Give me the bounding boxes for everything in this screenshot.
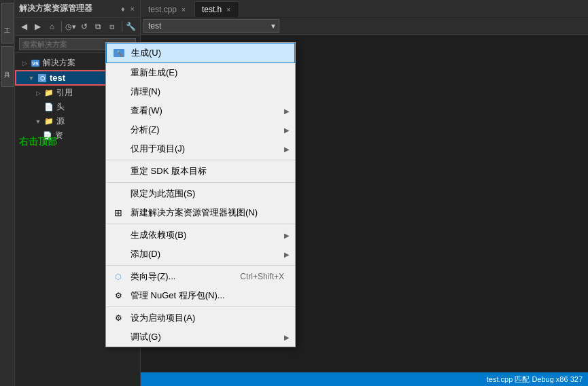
menu-build-label: 生成(U) (131, 47, 161, 59)
menu-item-view[interactable]: 查看(W) ▶ (106, 101, 295, 120)
class-wizard-icon: ⬡ (111, 270, 125, 283)
forward-button[interactable]: ▶ (32, 20, 45, 33)
build-icon: 🔨 (112, 46, 126, 60)
project-only-submenu-arrow: ▶ (284, 145, 290, 153)
separator-2 (122, 21, 122, 32)
svg-text:⬡: ⬡ (40, 75, 45, 82)
menu-item-build[interactable]: 🔨 生成(U) (106, 43, 295, 63)
menu-item-class-wizard[interactable]: ⬡ 类向导(Z)... Ctrl+Shift+X (106, 267, 295, 286)
menu-item-new-view[interactable]: ⊞ 新建解决方案资源管理器视图(N) (106, 203, 295, 222)
sync-button[interactable]: ↺ (78, 20, 91, 33)
separator-5 (106, 306, 295, 307)
copy-button[interactable]: ⧉ (92, 20, 105, 33)
arrow-test: ▼ (27, 74, 35, 82)
pin-button[interactable]: ♦ (120, 5, 126, 13)
view-submenu-arrow: ▶ (284, 107, 290, 115)
menu-nuget-label: 管理 NuGet 程序包(N)... (131, 290, 225, 302)
vertical-toolbar: 工 具 (0, 0, 15, 386)
svg-text:🔨: 🔨 (116, 50, 124, 58)
menu-analyze-label: 分析(Z) (131, 124, 160, 136)
tab-test-h[interactable]: test.h × (194, 1, 239, 17)
paste-button[interactable]: ⧈ (106, 20, 119, 33)
menu-startup-label: 设为启动项目(A) (131, 312, 195, 324)
close-panel-button[interactable]: × (129, 5, 136, 13)
menu-item-nuget[interactable]: ⚙ 管理 NuGet 程序包(N)... (106, 286, 295, 305)
menu-item-retarget[interactable]: 重定 SDK 版本目标 (106, 162, 295, 181)
separator-2 (106, 182, 295, 183)
menu-item-add[interactable]: 添加(D) ▶ (106, 245, 295, 264)
menu-view-label: 查看(W) (131, 105, 162, 117)
analyze-submenu-arrow: ▶ (284, 126, 290, 134)
tab-bar: test.cpp × test.h × (141, 0, 588, 18)
arrow-source: ▼ (34, 118, 42, 126)
arrow-solution: ▷ (20, 59, 29, 67)
menu-retarget-label: 重定 SDK 版本目标 (131, 165, 207, 177)
menu-item-project-only[interactable]: 仅用于项目(J) ▶ (106, 139, 295, 158)
home-button[interactable]: ⌂ (46, 20, 58, 33)
menu-item-scope[interactable]: 限定为此范围(S) (106, 184, 295, 203)
separator-4 (106, 265, 295, 266)
resource-label: 资 (55, 130, 63, 141)
solution-label: 解决方案 (43, 57, 75, 69)
test-label: test (50, 73, 65, 83)
menu-new-view-label: 新建解决方案资源管理器视图(N) (131, 207, 258, 219)
vtb-item-2[interactable]: 具 (1, 46, 14, 87)
tab-cpp-label: test.cpp (148, 5, 177, 14)
class-wizard-shortcut: Ctrl+Shift+X (213, 272, 284, 281)
file-icon-headers: 📄 (44, 103, 54, 112)
menu-deps-label: 生成依赖项(B) (131, 229, 186, 241)
file-icon-resource: 📄 (42, 131, 53, 141)
debug-submenu-arrow: ▶ (284, 334, 290, 341)
new-view-icon: ⊞ (111, 206, 125, 220)
vtb-item-1[interactable]: 工 (1, 3, 14, 43)
startup-icon: ⚙ (111, 311, 125, 325)
menu-add-label: 添加(D) (131, 248, 160, 260)
deps-submenu-arrow: ▶ (284, 232, 290, 239)
folder-icon-source: 📁 (44, 117, 54, 126)
tab-cpp-close[interactable]: × (180, 6, 187, 14)
back-button[interactable]: ◀ (18, 20, 31, 33)
settings-button[interactable]: 🔧 (124, 20, 137, 33)
status-text: test.cpp 匹配 Debug x86 327 (487, 374, 583, 385)
context-menu: 🔨 生成(U) 重新生成(E) 清理(N) 查看(W) ▶ 分析(Z) ▶ 仅用… (105, 42, 296, 347)
status-bar: test.cpp 匹配 Debug x86 327 (141, 372, 588, 386)
add-submenu-arrow: ▶ (284, 251, 290, 258)
menu-project-only-label: 仅用于项目(J) (131, 143, 185, 155)
arrow-refs: ▷ (34, 89, 42, 97)
menu-item-analyze[interactable]: 分析(Z) ▶ (106, 120, 295, 139)
tab-h-close[interactable]: × (225, 6, 232, 14)
history-button[interactable]: ◷▾ (64, 20, 77, 33)
panel-toolbar: ◀ ▶ ⌂ ◷▾ ↺ ⧉ ⧈ 🔧 (15, 18, 140, 36)
project-icon: ⬡ (37, 73, 48, 83)
folder-icon-refs: 📁 (44, 88, 54, 98)
function-dropdown[interactable]: test (143, 19, 279, 33)
menu-item-debug[interactable]: 调试(G) ▶ (106, 328, 295, 347)
menu-debug-label: 调试(G) (131, 331, 161, 343)
function-dropdown-wrapper: test ▼ (143, 19, 279, 33)
solution-icon: VS (30, 58, 41, 68)
headers-label: 头 (56, 101, 65, 113)
panel-controls: ♦ × (120, 5, 136, 13)
menu-rebuild-label: 重新生成(E) (131, 67, 177, 79)
refs-label: 引用 (56, 87, 73, 99)
separator-3 (106, 224, 295, 224)
panel-title: 解决方案资源管理器 (19, 3, 92, 14)
separator-1 (61, 21, 62, 32)
editor-toolbar: test ▼ (141, 18, 588, 35)
tab-h-label: test.h (202, 5, 222, 14)
menu-item-deps[interactable]: 生成依赖项(B) ▶ (106, 226, 295, 245)
panel-titlebar: 解决方案资源管理器 ♦ × (15, 0, 140, 18)
menu-item-rebuild[interactable]: 重新生成(E) (106, 63, 295, 82)
tab-test-cpp[interactable]: test.cpp × (141, 1, 194, 17)
menu-item-startup[interactable]: ⚙ 设为启动项目(A) (106, 309, 295, 328)
menu-item-clean[interactable]: 清理(N) (106, 82, 295, 101)
menu-scope-label: 限定为此范围(S) (131, 188, 195, 200)
svg-text:VS: VS (32, 61, 39, 66)
menu-class-wizard-label: 类向导(Z)... (131, 270, 175, 283)
menu-clean-label: 清理(N) (131, 86, 160, 98)
separator-1 (106, 160, 295, 160)
arrow-headers (34, 103, 42, 111)
source-label: 源 (56, 116, 65, 127)
nuget-icon: ⚙ (111, 289, 125, 302)
